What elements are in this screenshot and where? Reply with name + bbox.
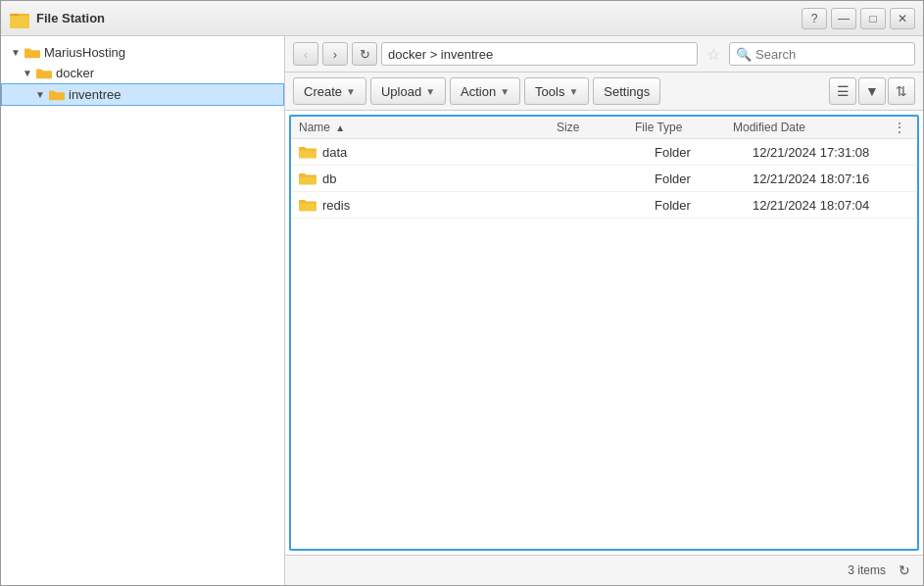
- sort-button[interactable]: ⇅: [888, 77, 915, 105]
- sort-indicator: ▲: [335, 122, 345, 133]
- settings-button[interactable]: Settings: [593, 77, 660, 105]
- titlebar: File Station ? — □ ✕: [1, 1, 923, 36]
- table-row[interactable]: redis Folder 12/21/2024 18:07:04: [291, 192, 917, 219]
- file-modified: 12/21/2024 18:07:16: [753, 171, 909, 186]
- file-type: Folder: [655, 171, 753, 186]
- folder-icon: [299, 144, 316, 160]
- table-row[interactable]: data Folder 12/21/2024 17:31:08: [291, 139, 917, 166]
- action-dropdown-arrow: ▼: [500, 86, 510, 97]
- search-input[interactable]: [755, 47, 908, 62]
- toolbar-right: ☰ ▼ ⇅: [829, 77, 915, 105]
- favorite-button[interactable]: ☆: [702, 42, 725, 66]
- address-bar: ‹ › ↻ docker > inventree ☆ 🔍: [285, 36, 923, 73]
- forward-button[interactable]: ›: [322, 42, 348, 66]
- file-type: Folder: [655, 145, 753, 160]
- sidebar-label-inventree: inventree: [69, 87, 121, 102]
- toggle-docker[interactable]: ▼: [21, 67, 34, 80]
- refresh-address-button[interactable]: ↻: [352, 42, 377, 66]
- col-header-size[interactable]: Size: [557, 121, 635, 134]
- sidebar-label-mariushosting: MariusHosting: [44, 45, 125, 60]
- window-title: File Station: [36, 11, 802, 25]
- help-button[interactable]: ?: [802, 8, 827, 29]
- file-name: redis: [322, 198, 576, 213]
- app-icon: [9, 8, 30, 29]
- col-header-more[interactable]: ⋮: [890, 121, 909, 134]
- file-list-header: Name ▲ Size File Type Modified Date ⋮: [291, 117, 917, 139]
- search-box[interactable]: 🔍: [729, 42, 915, 66]
- settings-label: Settings: [604, 84, 650, 99]
- toggle-mariushosting[interactable]: ▼: [9, 46, 23, 60]
- item-count: 3 items: [848, 563, 886, 577]
- file-station-window: File Station ? — □ ✕ ▼ MariusHosting ▼: [0, 0, 924, 586]
- folder-icon-inventree: [49, 88, 65, 102]
- create-dropdown-arrow: ▼: [346, 86, 356, 97]
- window-controls: ? — □ ✕: [802, 8, 915, 29]
- col-header-modified[interactable]: Modified Date: [733, 121, 890, 134]
- sidebar-item-inventree[interactable]: ▼ inventree: [1, 83, 284, 106]
- file-list: data Folder 12/21/2024 17:31:08 db Fo: [291, 139, 917, 549]
- maximize-button[interactable]: □: [860, 8, 886, 29]
- status-bar: 3 items ↻: [285, 555, 923, 585]
- sidebar: ▼ MariusHosting ▼ docker ▼ inve: [1, 36, 285, 585]
- file-name: db: [322, 171, 576, 186]
- folder-icon: [299, 197, 316, 213]
- tools-dropdown-arrow: ▼: [568, 86, 578, 97]
- col-header-name[interactable]: Name ▲: [299, 121, 557, 134]
- tools-button[interactable]: Tools ▼: [524, 77, 589, 105]
- folder-icon-docker: [36, 67, 52, 80]
- address-path: docker > inventree: [388, 47, 493, 62]
- toolbar: Create ▼ Upload ▼ Action ▼ Tools ▼ Setti…: [285, 73, 923, 111]
- sidebar-item-mariushosting[interactable]: ▼ MariusHosting: [1, 42, 284, 63]
- file-panel: ‹ › ↻ docker > inventree ☆ 🔍 Create ▼: [285, 36, 923, 585]
- create-button[interactable]: Create ▼: [293, 77, 366, 105]
- minimize-button[interactable]: —: [831, 8, 856, 29]
- upload-button[interactable]: Upload ▼: [370, 77, 446, 105]
- create-label: Create: [304, 84, 342, 99]
- upload-dropdown-arrow: ▼: [425, 86, 435, 97]
- file-modified: 12/21/2024 18:07:04: [753, 198, 909, 213]
- close-button[interactable]: ✕: [890, 8, 915, 29]
- folder-icon-mariushosting: [24, 46, 40, 60]
- file-panel-inner: Name ▲ Size File Type Modified Date ⋮: [289, 115, 919, 551]
- back-button[interactable]: ‹: [293, 42, 318, 66]
- file-modified: 12/21/2024 17:31:08: [753, 145, 909, 160]
- toggle-inventree[interactable]: ▼: [33, 88, 47, 102]
- sidebar-item-docker[interactable]: ▼ docker: [1, 63, 284, 83]
- tools-label: Tools: [535, 84, 564, 99]
- main-content: ▼ MariusHosting ▼ docker ▼ inve: [1, 36, 923, 585]
- view-options-button[interactable]: ▼: [858, 77, 886, 105]
- list-view-button[interactable]: ☰: [829, 77, 856, 105]
- upload-label: Upload: [381, 84, 421, 99]
- action-button[interactable]: Action ▼: [450, 77, 520, 105]
- address-box[interactable]: docker > inventree: [381, 42, 698, 66]
- col-header-filetype[interactable]: File Type: [635, 121, 733, 134]
- search-icon: 🔍: [736, 47, 752, 62]
- table-row[interactable]: db Folder 12/21/2024 18:07:16: [291, 166, 917, 192]
- folder-icon: [299, 171, 316, 186]
- action-label: Action: [461, 84, 496, 99]
- file-name: data: [322, 145, 576, 160]
- refresh-button[interactable]: ↻: [894, 560, 915, 581]
- sidebar-label-docker: docker: [56, 66, 94, 80]
- file-type: Folder: [655, 198, 753, 213]
